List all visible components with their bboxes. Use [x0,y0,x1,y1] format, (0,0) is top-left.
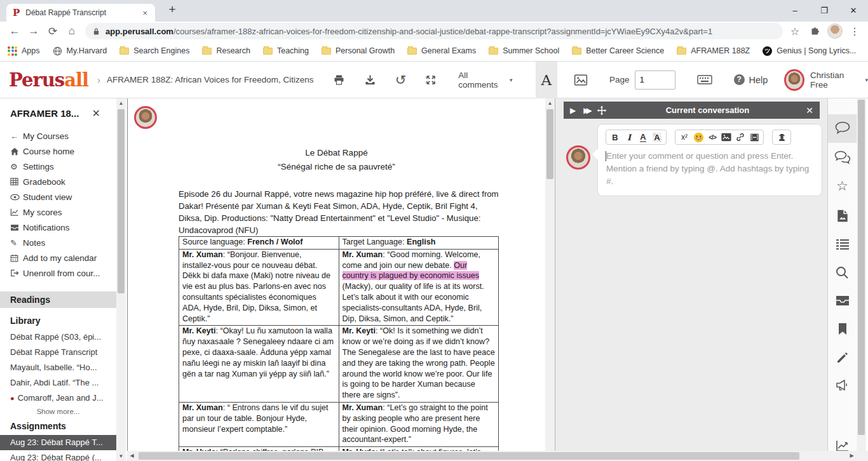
conversation-close-icon[interactable]: ✕ [806,105,813,116]
window-minimize-icon[interactable]: – [780,0,810,22]
locate-annotation-crosshair-icon[interactable] [597,105,607,116]
user-avatar[interactable] [784,69,804,91]
url-bar[interactable]: app.perusall.com/courses/aframer-188z-af… [85,23,783,39]
horizontal-scrollbar[interactable]: ◀ ▶ [127,451,857,461]
tab-close-icon[interactable]: × [141,8,149,18]
superscript-button[interactable]: x² [679,131,690,143]
sidebar-item-settings[interactable]: ⚙ Settings [0,159,127,174]
new-tab-button[interactable]: + [164,3,180,17]
bookmark-folder[interactable]: Teaching [263,46,309,55]
library-item[interactable]: Débat Rappé (S03, épi... [0,330,116,345]
figure-annotation-tool[interactable] [574,74,588,86]
library-item[interactable]: Dahir, Abdi Latif. “The ... [0,375,116,391]
scroll-up-icon[interactable]: ▲ [116,98,126,108]
outline-list-icon[interactable] [828,238,857,250]
reload-icon[interactable]: ⟳ [43,25,62,38]
user-menu[interactable]: Christian Free ▾ [784,69,868,91]
highlight-color-button[interactable]: A [653,133,661,142]
breadcrumb[interactable]: AFRAMER 188Z: African Voices for Freedom… [107,75,314,84]
insert-image-button[interactable] [721,131,732,143]
window-close-icon[interactable]: ✕ [839,0,868,22]
library-item[interactable]: Mayault, Isabelle. “Ho... [0,360,116,375]
sidebar-item-gradebook[interactable]: Gradebook [0,174,127,189]
rotate-undo-button[interactable]: ↺ [395,74,407,86]
code-button[interactable]: </> [707,131,718,143]
sidebar-item-my-courses[interactable]: ← My Courses [0,128,127,144]
bookmark-folder[interactable]: AFRAMER 188Z [677,46,750,55]
bookmark-icon[interactable] [828,323,857,335]
text-color-button[interactable]: A [640,133,646,142]
sidebar-item-my-scores[interactable]: My scores [0,204,127,220]
bookmark-folder[interactable]: General Exams [407,46,476,55]
assignment-item[interactable]: Aug 23: Débat Rappé (... [0,450,116,461]
sidebar-item-student-view[interactable]: Student view [0,189,127,204]
previous-annotation-play-icon[interactable]: ▶ [570,107,576,114]
all-conversations-icon[interactable] [828,150,857,164]
assignment-item-selected[interactable]: Aug 23: Débat Rappé T... [0,435,116,450]
bookmark-folder[interactable]: Search Engines [119,46,189,55]
browser-tab[interactable]: P Débat Rappé Transcript × [6,4,155,22]
sidebar-item-unenroll[interactable]: Unenroll from cour... [0,265,127,281]
emoji-button[interactable] [693,131,704,143]
pencil-annotate-icon[interactable] [828,351,857,364]
readings-section-header[interactable]: Readings [0,291,116,308]
text-annotation-tool[interactable]: A [536,62,557,98]
forward-icon[interactable]: → [24,25,43,37]
help-button[interactable]: ? Help [734,74,768,85]
scroll-left-icon[interactable]: ◀ [127,451,137,461]
post-anonymously-button[interactable] [776,131,787,143]
sidebar-item-notes[interactable]: ✎ Notes [0,235,127,250]
scrollbar-thumb[interactable] [118,109,125,293]
scrollbar-thumb[interactable] [139,452,799,460]
sidebar-item-notifications[interactable]: Notifications [0,220,127,235]
scroll-down-icon[interactable]: ▼ [116,451,126,461]
back-icon[interactable]: ← [5,25,24,37]
download-button[interactable] [364,74,376,86]
bookmark-folder[interactable]: Better Career Science [572,46,664,55]
bookmark-folder[interactable]: Summer School [489,46,559,55]
show-more-link[interactable]: Show more... [0,406,116,417]
sidebar-close-icon[interactable]: ✕ [92,107,100,119]
inbox-tray-icon[interactable] [828,295,857,306]
print-button[interactable] [333,74,345,86]
insert-video-button[interactable] [749,131,760,143]
library-item[interactable]: Débat Rappé Transcript [0,345,116,360]
browser-profile-avatar[interactable] [827,23,843,39]
insert-link-button[interactable] [735,131,746,143]
bookmark-star-icon[interactable]: ☆ [787,25,803,37]
page-number-input[interactable] [635,70,675,90]
library-item[interactable]: ●Comaroff, Jean and J... [0,391,116,406]
comments-bubble-icon[interactable] [828,121,857,134]
bold-button[interactable]: B [609,131,621,143]
apps-shortcut[interactable]: Apps [8,46,40,56]
document-scrollbar[interactable]: ▲ ▼ [545,98,555,461]
search-icon[interactable] [828,266,857,279]
bookmark-item[interactable]: My.Harvard [53,46,107,56]
megaphone-announcements-icon[interactable] [828,379,857,392]
extensions-puzzle-icon[interactable] [807,25,824,37]
bookmark-item[interactable]: ツGenius | Song Lyrics... [763,46,856,56]
scrollbar-thumb[interactable] [546,109,553,179]
next-annotation-fastforward-icon[interactable]: ▶▶ [583,107,588,114]
scroll-right-icon[interactable]: ▶ [847,451,857,461]
bookmark-folder[interactable]: Research [202,46,250,55]
starred-icon[interactable]: ☆ [828,180,857,192]
panel-scrollbar[interactable]: ▼ [857,98,866,461]
home-icon[interactable]: ⌂ [62,25,81,37]
annotation-author-avatar[interactable] [134,106,157,129]
figures-image-icon[interactable] [828,209,857,223]
comment-input[interactable]: Enter your comment or question and press… [606,150,815,188]
fullscreen-expand-button[interactable] [425,74,437,86]
keyboard-shortcuts-icon[interactable] [697,74,712,85]
bookmark-folder[interactable]: Personal Growth [322,46,395,55]
sidebar-item-add-to-calendar[interactable]: Add to my calendar [0,250,127,265]
scroll-up-icon[interactable]: ▲ [545,98,555,108]
perusall-logo[interactable]: Perusall [9,69,88,91]
sidebar-item-course-home[interactable]: Course home [0,144,127,159]
sidebar-scrollbar[interactable]: ▲ ▼ [116,98,126,461]
scrollbar-thumb[interactable] [858,100,865,435]
window-restore-icon[interactable]: ❐ [810,0,839,22]
comments-filter-dropdown[interactable]: All comments ▾ [458,70,512,90]
browser-menu-icon[interactable]: ⋮ [846,25,863,37]
scores-chart-icon[interactable] [828,439,857,451]
